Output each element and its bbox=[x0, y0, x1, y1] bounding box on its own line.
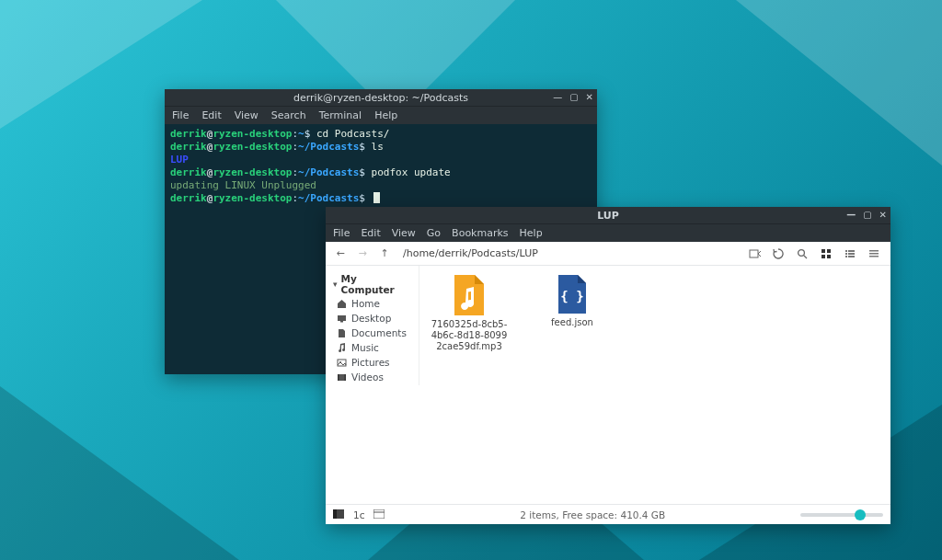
svg-rect-39 bbox=[373, 509, 385, 519]
menu-search[interactable]: Search bbox=[271, 109, 306, 121]
svg-rect-28 bbox=[345, 374, 347, 381]
maximize-icon[interactable]: ▢ bbox=[569, 93, 578, 102]
svg-rect-27 bbox=[338, 374, 339, 381]
svg-text:{ }: { } bbox=[560, 289, 583, 303]
maximize-icon[interactable]: ▢ bbox=[863, 211, 871, 220]
svg-rect-38 bbox=[333, 509, 337, 519]
svg-rect-18 bbox=[848, 256, 855, 257]
menu-file[interactable]: File bbox=[333, 227, 350, 239]
sidebar-item-videos[interactable]: Videos bbox=[333, 371, 413, 383]
sidebar-item-home[interactable]: Home bbox=[333, 297, 413, 310]
svg-rect-19 bbox=[869, 250, 879, 252]
file-label: feed.json bbox=[534, 317, 611, 328]
svg-rect-15 bbox=[845, 253, 847, 255]
svg-rect-21 bbox=[869, 256, 879, 257]
update-message: updating LINUX Unplugged bbox=[170, 179, 316, 191]
footer-label[interactable]: 1c bbox=[353, 509, 364, 520]
svg-rect-10 bbox=[827, 249, 831, 253]
menu-bookmarks[interactable]: Bookmarks bbox=[452, 227, 508, 239]
json-file-icon: { } bbox=[557, 275, 588, 314]
file-view[interactable]: 7160325d-8cb5-4b6c-8d18-80992cae59df.mp3… bbox=[419, 266, 890, 385]
ls-output: LUP bbox=[170, 154, 189, 166]
file-json[interactable]: { } feed.json bbox=[534, 275, 611, 328]
fm-titlebar[interactable]: LUP — ▢ ✕ bbox=[326, 207, 890, 223]
sidebar-item-documents[interactable]: Documents bbox=[333, 326, 413, 339]
file-label: 7160325d-8cb5-4b6c-8d18-80992cae59df.mp3 bbox=[431, 319, 508, 352]
sidebar-item-music[interactable]: Music bbox=[333, 341, 413, 354]
sidebar-head-computer[interactable]: My Computer bbox=[333, 273, 413, 295]
svg-marker-2 bbox=[0, 386, 239, 560]
close-icon[interactable]: ✕ bbox=[879, 211, 887, 220]
file-mp3[interactable]: 7160325d-8cb5-4b6c-8d18-80992cae59df.mp3 bbox=[431, 275, 508, 352]
svg-rect-22 bbox=[338, 315, 346, 321]
refresh-button[interactable] bbox=[773, 248, 787, 259]
zoom-slider[interactable] bbox=[800, 513, 883, 517]
menu-help[interactable]: Help bbox=[520, 227, 543, 239]
menu-file[interactable]: File bbox=[172, 109, 189, 121]
audio-file-icon bbox=[453, 275, 486, 315]
minimize-icon[interactable]: — bbox=[553, 93, 562, 102]
menu-terminal[interactable]: Terminal bbox=[319, 109, 362, 121]
svg-rect-24 bbox=[338, 360, 346, 366]
svg-marker-1 bbox=[736, 0, 942, 166]
fm-sidebar: My Computer Home Desktop Documents Music… bbox=[326, 266, 419, 385]
file-manager-window: LUP — ▢ ✕ File Edit View Go Bookmarks He… bbox=[326, 207, 890, 524]
svg-rect-6 bbox=[750, 250, 758, 257]
svg-rect-13 bbox=[845, 250, 847, 252]
sidebar-item-pictures[interactable]: Pictures bbox=[333, 356, 413, 369]
sidebar-item-desktop[interactable]: Desktop bbox=[333, 312, 413, 325]
status-text: 2 items, Free space: 410.4 GB bbox=[396, 509, 789, 520]
svg-rect-12 bbox=[827, 255, 831, 258]
svg-rect-23 bbox=[340, 321, 343, 323]
cmd-cd: cd Podcasts/ bbox=[310, 128, 389, 140]
svg-point-7 bbox=[798, 249, 805, 256]
back-button[interactable]: ← bbox=[333, 247, 348, 259]
fm-statusbar: 1c 2 items, Free space: 410.4 GB bbox=[326, 504, 890, 524]
menu-edit[interactable]: Edit bbox=[201, 109, 221, 121]
svg-rect-17 bbox=[845, 256, 847, 257]
svg-line-8 bbox=[804, 256, 807, 258]
fm-toolbar: ← → ↑ /home/derrik/Podcasts/LUP bbox=[326, 242, 890, 266]
terminal-titlebar[interactable]: derrik@ryzen-desktop: ~/Podcasts — ▢ ✕ bbox=[165, 89, 597, 106]
show-sidebar-button[interactable] bbox=[333, 509, 344, 520]
svg-rect-11 bbox=[821, 255, 825, 258]
location-path[interactable]: /home/derrik/Podcasts/LUP bbox=[399, 247, 741, 259]
svg-rect-16 bbox=[848, 253, 855, 255]
toggle-tree-button[interactable] bbox=[373, 509, 385, 520]
prompt-user: derrik bbox=[170, 128, 207, 140]
svg-rect-20 bbox=[869, 253, 879, 255]
forward-button[interactable]: → bbox=[355, 247, 370, 259]
terminal-menubar: File Edit View Search Terminal Help bbox=[165, 106, 597, 124]
menu-view[interactable]: View bbox=[235, 109, 258, 121]
cmd-podfox: podfox update bbox=[365, 166, 451, 178]
menu-view[interactable]: View bbox=[392, 227, 416, 239]
cmd-ls: ls bbox=[365, 141, 384, 153]
menu-go[interactable]: Go bbox=[427, 227, 441, 239]
fm-menubar: File Edit View Go Bookmarks Help bbox=[326, 223, 890, 242]
terminal-title: derrik@ryzen-desktop: ~/Podcasts bbox=[293, 92, 468, 104]
compact-view-button[interactable] bbox=[868, 248, 883, 259]
svg-rect-9 bbox=[821, 249, 825, 253]
menu-help[interactable]: Help bbox=[374, 109, 397, 121]
svg-rect-14 bbox=[848, 250, 855, 252]
fm-title: LUP bbox=[597, 210, 619, 222]
up-button[interactable]: ↑ bbox=[377, 247, 392, 259]
search-button[interactable] bbox=[797, 248, 811, 259]
list-view-button[interactable] bbox=[844, 248, 859, 259]
zoom-knob[interactable] bbox=[855, 509, 866, 520]
cursor-icon bbox=[373, 192, 380, 203]
menu-edit[interactable]: Edit bbox=[361, 227, 380, 239]
icon-view-button[interactable] bbox=[821, 248, 835, 259]
toggle-location-button[interactable] bbox=[749, 248, 764, 259]
close-icon[interactable]: ✕ bbox=[586, 93, 593, 102]
minimize-icon[interactable]: — bbox=[846, 211, 856, 220]
